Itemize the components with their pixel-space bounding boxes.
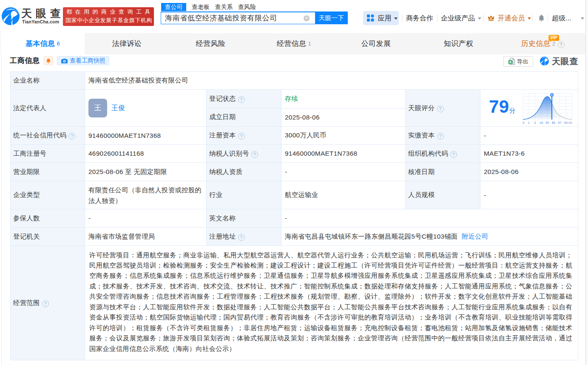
svg-text:0: 0 bbox=[523, 121, 524, 125]
svg-text:1: 1 bbox=[528, 121, 530, 125]
svg-text:99: 99 bbox=[564, 121, 568, 125]
svg-text:85: 85 bbox=[552, 121, 556, 125]
svg-text:50: 50 bbox=[545, 121, 549, 125]
svg-text:15: 15 bbox=[540, 121, 543, 125]
svg-text:3: 3 bbox=[534, 121, 536, 125]
svg-text:97: 97 bbox=[558, 121, 562, 125]
svg-text:100: 100 bbox=[568, 121, 572, 125]
